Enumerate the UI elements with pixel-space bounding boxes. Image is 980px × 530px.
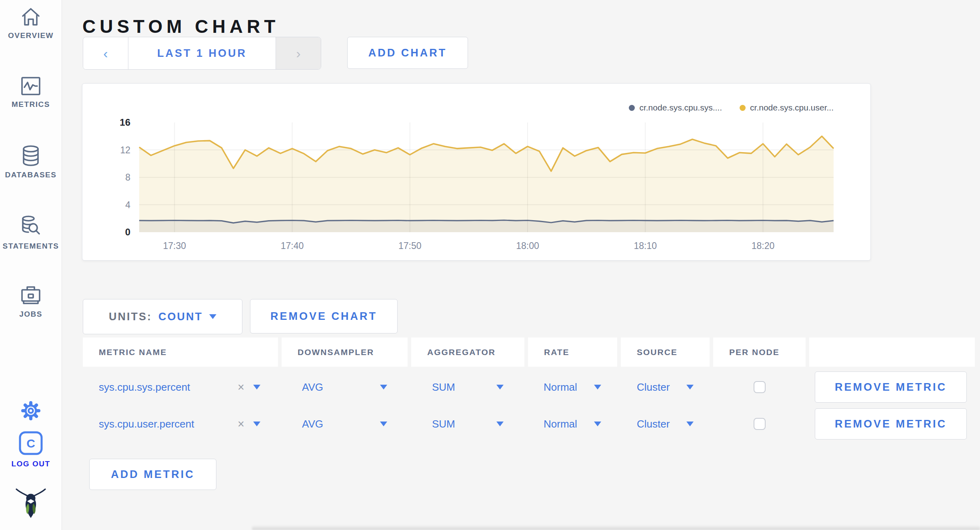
chevron-right-icon: › — [296, 46, 300, 61]
remove-metric-button[interactable]: REMOVE METRIC — [815, 408, 967, 440]
svg-text:4: 4 — [125, 200, 130, 210]
metric-name-dropdown[interactable]: sys.cpu.user.percent — [99, 418, 194, 430]
column-header-source: SOURCE — [621, 337, 710, 367]
svg-text:18:10: 18:10 — [634, 241, 657, 251]
database-icon — [0, 145, 62, 167]
cockroach-logo — [0, 486, 62, 520]
svg-text:0: 0 — [125, 227, 130, 237]
source-value: Cluster — [637, 381, 670, 393]
home-icon — [0, 6, 62, 27]
svg-text:17:40: 17:40 — [281, 241, 304, 251]
sidebar-item-label: METRICS — [0, 100, 62, 109]
metric-name-dropdown[interactable]: sys.cpu.sys.percent — [99, 381, 190, 393]
rate-value: Normal — [544, 381, 577, 393]
svg-text:17:50: 17:50 — [398, 241, 422, 251]
svg-text:16: 16 — [120, 117, 130, 128]
gear-icon — [0, 400, 62, 422]
chevron-left-icon: ‹ — [103, 46, 108, 61]
metrics-icon — [0, 76, 62, 96]
downsampler-cell[interactable]: AVG — [282, 371, 408, 403]
column-header-downsampler: DOWNSAMPLER — [282, 337, 408, 367]
legend-dot-sys — [629, 105, 635, 111]
per-node-checkbox[interactable] — [754, 381, 766, 393]
chevron-down-icon — [496, 422, 504, 426]
column-header-aggregator: AGGREGATOR — [411, 337, 524, 367]
sidebar-item-label: OVERVIEW — [0, 31, 62, 40]
aggregator-value: SUM — [432, 418, 455, 430]
svg-text:17:30: 17:30 — [163, 241, 186, 251]
svg-text:8: 8 — [125, 172, 130, 183]
downsampler-value: AVG — [302, 418, 323, 430]
rate-cell[interactable]: Normal — [528, 408, 617, 440]
metric-name-cell: sys.cpu.sys.percent × — [83, 371, 278, 403]
chevron-down-icon — [380, 385, 387, 389]
page-title: CUSTOM CHART — [82, 16, 279, 37]
source-value: Cluster — [637, 418, 670, 430]
units-value: COUNT — [158, 311, 203, 323]
sidebar-item-jobs[interactable]: JOBS — [0, 284, 62, 319]
units-label: UNITS: — [109, 311, 152, 323]
source-cell[interactable]: Cluster — [621, 408, 710, 440]
downsampler-value: AVG — [302, 381, 323, 393]
legend-label: cr.node.sys.cpu.user... — [750, 103, 834, 112]
sidebar-item-statements[interactable]: STATEMENTS — [0, 215, 62, 251]
rate-value: Normal — [544, 418, 577, 430]
sidebar-item-metrics[interactable]: METRICS — [0, 76, 62, 109]
downsampler-cell[interactable]: AVG — [282, 408, 408, 440]
clear-metric-icon[interactable]: × — [238, 418, 244, 431]
per-node-cell — [713, 408, 806, 440]
chevron-down-icon — [209, 314, 216, 319]
sidebar-item-databases[interactable]: DATABASES — [0, 145, 62, 179]
chevron-down-icon — [594, 385, 601, 389]
time-range-prev-button[interactable]: ‹ — [83, 37, 128, 69]
clear-metric-icon[interactable]: × — [238, 381, 244, 394]
svg-text:18:20: 18:20 — [752, 241, 775, 251]
chevron-down-icon[interactable] — [253, 385, 260, 389]
actions-cell: REMOVE METRIC — [809, 371, 975, 403]
add-chart-button[interactable]: ADD CHART — [347, 37, 468, 69]
metrics-table-header: METRIC NAME DOWNSAMPLER AGGREGATOR RATE … — [83, 337, 975, 367]
per-node-checkbox[interactable] — [754, 418, 766, 430]
svg-text:C: C — [26, 437, 35, 450]
actions-cell: REMOVE METRIC — [809, 408, 975, 440]
source-cell[interactable]: Cluster — [621, 371, 710, 403]
bottom-scroll-shadow — [252, 525, 980, 530]
remove-metric-button[interactable]: REMOVE METRIC — [815, 371, 967, 403]
sidebar-settings[interactable] — [0, 400, 62, 422]
legend-entry-user[interactable]: cr.node.sys.cpu.user... — [740, 103, 834, 112]
sidebar-item-label: JOBS — [0, 310, 62, 319]
chart-card: 048121617:3017:4017:5018:0018:1018:20 cr… — [82, 83, 871, 261]
column-header-actions — [809, 337, 975, 367]
legend-dot-user — [740, 105, 746, 111]
rate-cell[interactable]: Normal — [528, 371, 617, 403]
units-dropdown[interactable]: UNITS: COUNT — [83, 299, 242, 334]
briefcase-icon — [0, 284, 62, 306]
remove-chart-button[interactable]: REMOVE CHART — [250, 299, 398, 333]
aggregator-cell[interactable]: SUM — [411, 408, 524, 440]
legend-entry-sys[interactable]: cr.node.sys.cpu.sys.... — [629, 103, 722, 112]
aggregator-value: SUM — [432, 381, 455, 393]
add-metric-button[interactable]: ADD METRIC — [89, 459, 216, 490]
cockroach-c-icon: C — [0, 431, 62, 456]
chevron-down-icon — [594, 422, 601, 426]
logout-label: LOG OUT — [0, 460, 62, 468]
sidebar-item-label: DATABASES — [0, 171, 62, 179]
sidebar-item-overview[interactable]: OVERVIEW — [0, 6, 62, 40]
table-row: sys.cpu.user.percent × AVG SUM Normal Cl… — [83, 408, 975, 440]
aggregator-cell[interactable]: SUM — [411, 371, 524, 403]
time-range-label[interactable]: LAST 1 HOUR — [128, 37, 276, 69]
sidebar-item-label: STATEMENTS — [0, 242, 62, 251]
legend-label: cr.node.sys.cpu.sys.... — [639, 103, 722, 112]
sidebar-logout[interactable]: C LOG OUT — [0, 431, 62, 468]
per-node-cell — [713, 371, 806, 403]
time-range-selector: ‹ LAST 1 HOUR › — [83, 37, 321, 70]
chevron-down-icon[interactable] — [253, 422, 260, 426]
sidebar: OVERVIEW METRICS DATABASES — [0, 0, 62, 530]
column-header-per-node: PER NODE — [713, 337, 806, 367]
svg-text:12: 12 — [120, 145, 130, 155]
table-row: sys.cpu.sys.percent × AVG SUM Normal Clu… — [83, 371, 975, 403]
cockroach-bug-icon — [0, 486, 62, 520]
metric-name-cell: sys.cpu.user.percent × — [83, 408, 278, 440]
time-range-next-button[interactable]: › — [276, 37, 321, 69]
statements-icon — [0, 215, 62, 238]
